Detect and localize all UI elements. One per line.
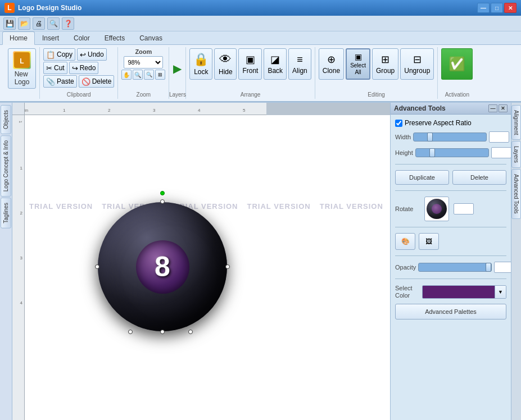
opacity-label: Opacity <box>395 264 416 271</box>
sel-handle-bottom-left[interactable] <box>128 330 133 334</box>
divider-3 <box>395 227 506 227</box>
ruler-v-marks: 1 1 2 3 4 <box>12 115 24 420</box>
undo-icon: ↩ <box>80 51 86 59</box>
trial-watermarks: TRIAL VERSION TRIAL VERSION TRIAL VERSIO… <box>25 202 390 211</box>
width-input[interactable]: 40 <box>489 131 509 143</box>
divider-5 <box>395 279 506 279</box>
hide-button[interactable]: 👁 Hide <box>214 48 237 80</box>
color-row: SelectColor ▼ <box>395 285 506 299</box>
front-button[interactable]: ▣ Front <box>238 48 262 80</box>
delete-panel-button[interactable]: Delete <box>452 170 506 185</box>
panel-close-button[interactable]: ✕ <box>499 104 508 112</box>
open-icon[interactable]: 📂 <box>18 17 30 30</box>
sel-handle-bottom-center[interactable] <box>160 330 165 334</box>
sel-handle-bottom-right[interactable] <box>188 330 193 334</box>
trial-text-6: TRIAL VE... <box>388 202 390 211</box>
color-dropdown-button[interactable]: ▼ <box>495 286 506 298</box>
new-logo-button[interactable]: L NewLogo <box>8 48 36 89</box>
activation-button[interactable]: ✅ <box>441 48 473 80</box>
paste-icon: 📎 <box>46 77 55 86</box>
zoom-fit-icon[interactable]: ⊞ <box>155 70 165 80</box>
canvas-area[interactable]: in 1 2 3 4 5 6 1 1 2 3 4 TRIAL VERSIO <box>12 103 390 420</box>
left-sidebar: Objects Logo Concept & Info Taglines <box>0 103 12 420</box>
width-slider[interactable] <box>413 133 487 141</box>
close-button[interactable]: ✕ <box>504 3 517 13</box>
preserve-aspect-checkbox[interactable] <box>395 120 402 127</box>
sidebar-tab-taglines[interactable]: Taglines <box>1 198 11 229</box>
tab-insert[interactable]: Insert <box>35 31 66 44</box>
cut-button[interactable]: ✂ Cut <box>43 62 67 74</box>
help-icon[interactable]: ❓ <box>62 17 74 30</box>
sel-handle-mid-left[interactable] <box>95 264 99 269</box>
color-picker[interactable]: ▼ <box>422 285 506 299</box>
redo-button[interactable]: ↪ Redo <box>69 62 99 74</box>
divider-4 <box>395 255 506 256</box>
select-color-label: SelectColor <box>395 285 420 299</box>
minimize-button[interactable]: — <box>477 3 490 13</box>
zoom-in-icon[interactable]: 🔍 <box>133 70 143 80</box>
zoom-icons: ✋ 🔍 🔍 ⊞ <box>121 70 165 80</box>
canvas-white[interactable]: TRIAL VERSION TRIAL VERSION TRIAL VERSIO… <box>25 115 390 420</box>
ribbon-group-clipboard: 📋 Copy ↩ Undo ✂ Cut ↪ Redo <box>40 47 118 99</box>
tab-color[interactable]: Color <box>66 31 97 44</box>
color-action-button-1[interactable]: 🎨 <box>395 233 415 250</box>
opacity-slider[interactable] <box>418 263 492 272</box>
ungroup-button[interactable]: ⊟ Ungroup <box>400 48 434 80</box>
select-all-button[interactable]: ▣ SelectAll <box>346 48 370 80</box>
title-bar: L Logo Design Studio — □ ✕ <box>0 0 521 16</box>
sidebar-tab-advanced-tools[interactable]: Advanced Tools <box>511 169 521 218</box>
sel-handle-top-center[interactable] <box>160 199 165 204</box>
zoom-pan-icon[interactable]: ✋ <box>121 70 132 80</box>
save-icon[interactable]: 💾 <box>3 17 16 30</box>
ribbon-area: Home Insert Color Effects Canvas L NewLo… <box>0 31 521 103</box>
back-button[interactable]: ◪ Back <box>264 48 287 80</box>
zoom-out-icon[interactable]: 🔍 <box>144 70 154 80</box>
icon-action-row: 🎨 🖼 <box>395 233 506 250</box>
duplicate-delete-row: Duplicate Delete <box>395 170 506 185</box>
panel-pin-button[interactable]: — <box>488 104 497 112</box>
svg-text:L: L <box>20 57 24 65</box>
delete-button[interactable]: 🚫 Delete <box>79 75 115 88</box>
trial-text-1: TRIAL VERSION <box>25 202 97 211</box>
tab-home[interactable]: Home <box>2 31 35 45</box>
sidebar-tab-objects[interactable]: Objects <box>1 105 11 134</box>
front-icon: ▣ <box>246 53 255 66</box>
undo-button[interactable]: ↩ Undo <box>77 48 107 61</box>
tab-canvas[interactable]: Canvas <box>132 31 170 44</box>
rotate-ball-spot <box>432 204 442 214</box>
new-logo-icon: L <box>13 51 31 69</box>
billiard-ball[interactable]: 8 <box>98 202 227 331</box>
clone-button[interactable]: ⊕ Clone <box>319 48 344 80</box>
height-input[interactable]: 40 <box>491 147 511 158</box>
zoom-select[interactable]: 98%50%75%100%150% <box>124 56 163 69</box>
advanced-palettes-button[interactable]: Advanced Palettes <box>395 304 506 319</box>
maximize-button[interactable]: □ <box>491 3 503 13</box>
height-slider[interactable] <box>415 148 489 157</box>
tab-effects[interactable]: Effects <box>97 31 132 44</box>
opacity-row: Opacity 255 <box>395 262 506 273</box>
editing-label: Editing <box>368 92 385 98</box>
lock-button[interactable]: 🔒 Lock <box>189 48 212 80</box>
sidebar-tab-layers[interactable]: Layers <box>511 141 521 168</box>
color-action-icon-2: 🖼 <box>425 238 432 245</box>
ruler-vertical: 1 1 2 3 4 <box>12 115 25 420</box>
layers-arrow-icon[interactable]: ▶ <box>173 62 182 75</box>
ungroup-icon: ⊟ <box>413 53 422 66</box>
color-action-button-2[interactable]: 🖼 <box>419 233 439 250</box>
align-button[interactable]: ≡ Align <box>288 48 311 80</box>
group-button[interactable]: ⊞ Group <box>372 48 398 80</box>
sel-handle-top-center-green[interactable] <box>160 191 165 195</box>
ball-number: 8 <box>155 250 170 283</box>
sidebar-tab-alignment[interactable]: Alignment <box>511 105 521 140</box>
sel-handle-mid-right[interactable] <box>225 264 230 269</box>
sidebar-tab-logo-concept[interactable]: Logo Concept & Info <box>1 135 11 197</box>
paste-button[interactable]: 📎 Paste <box>43 75 77 88</box>
zoom-icon[interactable]: 🔍 <box>47 17 60 30</box>
duplicate-button[interactable]: Duplicate <box>395 170 449 185</box>
print-icon[interactable]: 🖨 <box>33 17 45 30</box>
layers-label: Layers <box>169 92 186 98</box>
divider-1 <box>395 164 506 165</box>
zoom-content: Zoom 98%50%75%100%150% ✋ 🔍 🔍 ⊞ <box>121 48 165 98</box>
copy-button[interactable]: 📋 Copy <box>43 48 75 61</box>
rotate-input[interactable]: 0 <box>454 203 474 214</box>
